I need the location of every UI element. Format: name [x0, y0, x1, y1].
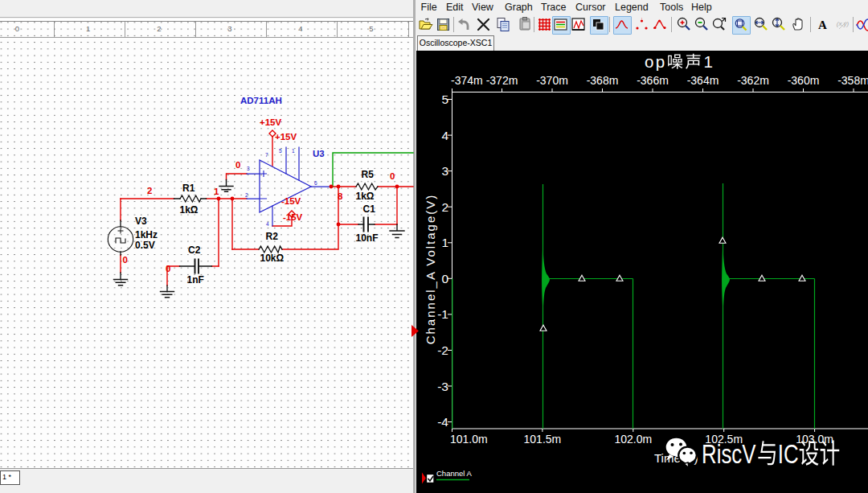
svg-text:A: A — [818, 18, 827, 31]
svg-text:(x,y): (x,y) — [837, 20, 850, 27]
